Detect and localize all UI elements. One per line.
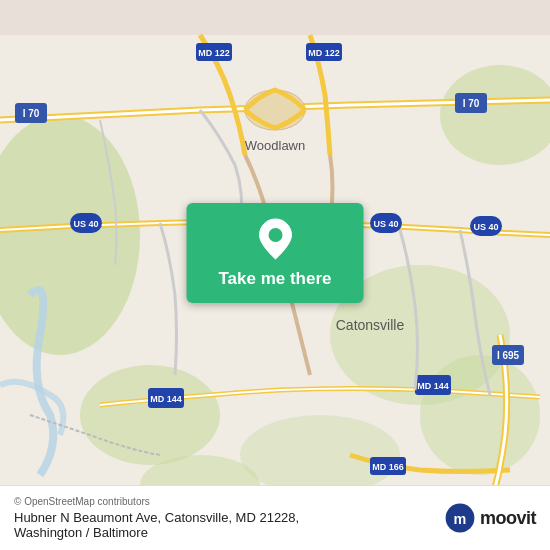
- moovit-logo-icon: m: [444, 502, 476, 534]
- svg-point-32: [245, 90, 305, 130]
- svg-text:m: m: [454, 511, 467, 527]
- svg-text:MD 166: MD 166: [372, 462, 404, 472]
- bottom-bar: © OpenStreetMap contributors Hubner N Be…: [0, 485, 550, 550]
- address-text: Hubner N Beaumont Ave, Catonsville, MD 2…: [14, 510, 299, 540]
- svg-text:MD 144: MD 144: [150, 394, 182, 404]
- svg-text:MD 144: MD 144: [417, 381, 449, 391]
- svg-point-4: [80, 365, 220, 465]
- svg-text:US 40: US 40: [473, 222, 498, 232]
- svg-text:I 70: I 70: [463, 98, 480, 109]
- copyright-text: © OpenStreetMap contributors: [14, 496, 299, 507]
- svg-text:US 40: US 40: [373, 219, 398, 229]
- svg-point-6: [240, 415, 400, 495]
- svg-text:I 695: I 695: [497, 350, 520, 361]
- take-me-there-button[interactable]: Take me there: [187, 203, 364, 303]
- moovit-brand-text: moovit: [480, 508, 536, 529]
- button-label: Take me there: [218, 269, 331, 289]
- svg-text:Catonsville: Catonsville: [336, 317, 405, 333]
- svg-text:MD 122: MD 122: [198, 48, 230, 58]
- svg-text:I 70: I 70: [23, 108, 40, 119]
- svg-point-35: [268, 228, 282, 242]
- moovit-logo: m moovit: [444, 502, 536, 534]
- svg-point-5: [420, 355, 540, 475]
- svg-text:MD 122: MD 122: [308, 48, 340, 58]
- svg-text:Woodlawn: Woodlawn: [245, 138, 305, 153]
- svg-text:US 40: US 40: [73, 219, 98, 229]
- location-pin-icon: [257, 217, 293, 261]
- bottom-info: © OpenStreetMap contributors Hubner N Be…: [14, 496, 299, 540]
- map-container: I 70 I 70 US 40 US 40 US 40 US 40 MD 144…: [0, 0, 550, 550]
